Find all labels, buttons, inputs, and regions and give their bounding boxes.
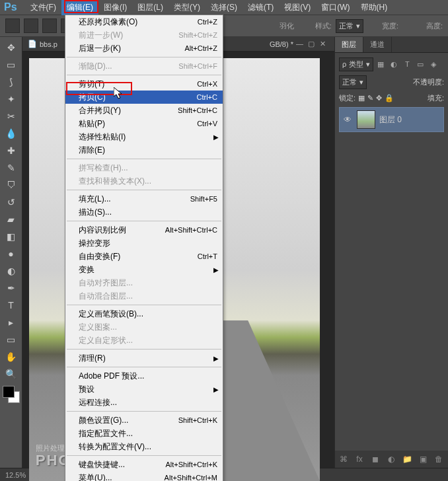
filter-smart-icon[interactable]: ◈ xyxy=(429,59,438,69)
menu-file[interactable]: 文件(F) xyxy=(25,0,61,15)
new-layer-icon[interactable]: ▣ xyxy=(417,453,429,465)
menu-item[interactable]: 操控变形 xyxy=(65,237,223,250)
eyedropper-tool[interactable]: 💧 xyxy=(3,126,19,141)
menu-item: 查找和替换文本(X)... xyxy=(65,174,223,188)
adjustment-layer-icon[interactable]: ◐ xyxy=(385,453,397,465)
tool-preset-icon[interactable] xyxy=(5,18,20,33)
menu-item[interactable]: 远程连接... xyxy=(65,396,223,409)
panels: 图层 通道 ρ 类型 ▾ ▦ ◐ T ▭ ◈ 正常 ▾ 不透明度: 锁定: xyxy=(334,37,448,468)
close-icon[interactable]: ✕ xyxy=(320,40,329,49)
menu-item[interactable]: 内容识别比例Alt+Shift+Ctrl+C xyxy=(65,223,223,237)
menu-item[interactable]: 剪切(T)Ctrl+X xyxy=(65,77,223,91)
visibility-icon[interactable]: 👁 xyxy=(342,115,353,124)
hand-tool[interactable]: ✋ xyxy=(3,349,19,365)
lock-all-icon[interactable]: 🔒 xyxy=(385,94,394,102)
menu-item-shortcut: Ctrl+C xyxy=(197,93,217,101)
style-select[interactable]: 正常 ▾ xyxy=(336,19,363,33)
add-selection-icon[interactable] xyxy=(42,18,57,33)
layer-mask-icon[interactable]: ◼ xyxy=(369,453,381,465)
menu-item[interactable]: 变换▶ xyxy=(65,263,223,276)
menu-item-label: Adobe PDF 预设... xyxy=(79,371,217,382)
menu-item[interactable]: 选择性粘贴(I)▶ xyxy=(65,130,223,143)
menu-item-label: 操控变形 xyxy=(79,238,217,249)
panel-tab-channels[interactable]: 通道 xyxy=(363,37,392,52)
menu-item[interactable]: Adobe PDF 预设... xyxy=(65,369,223,383)
menu-edit[interactable]: 编辑(E) xyxy=(61,0,98,15)
eraser-tool[interactable]: ▰ xyxy=(3,211,19,227)
layer-name[interactable]: 图层 0 xyxy=(379,114,402,126)
link-layers-icon[interactable]: ⌘ xyxy=(338,453,350,465)
type-tool[interactable]: T xyxy=(3,297,19,313)
menu-item[interactable]: 后退一步(K)Alt+Ctrl+Z xyxy=(65,42,223,55)
menu-item: 自动混合图层... xyxy=(65,289,223,303)
menu-layer[interactable]: 图层(L) xyxy=(132,0,168,15)
menu-item-label: 菜单(U)... xyxy=(79,472,165,482)
zoom-level[interactable]: 12.5% xyxy=(5,471,26,479)
marquee-tool[interactable]: ▭ xyxy=(3,57,19,73)
menu-image[interactable]: 图像(I) xyxy=(98,0,132,15)
menu-item[interactable]: 合并拷贝(Y)Shift+Ctrl+C xyxy=(65,104,223,117)
menu-item[interactable]: 粘贴(P)Ctrl+V xyxy=(65,117,223,130)
menu-item[interactable]: 清除(E) xyxy=(65,143,223,157)
filter-type-icon[interactable]: T xyxy=(402,59,412,69)
submenu-arrow-icon: ▶ xyxy=(213,386,219,393)
blend-mode-select[interactable]: 正常 ▾ xyxy=(339,75,367,89)
shape-tool[interactable]: ▭ xyxy=(3,332,19,348)
delete-layer-icon[interactable]: 🗑 xyxy=(433,453,445,465)
lock-position-icon[interactable]: ✥ xyxy=(376,94,382,102)
lasso-tool[interactable]: ⟆ xyxy=(3,74,19,90)
menu-item[interactable]: 预设▶ xyxy=(65,383,223,396)
menu-item[interactable]: 定义画笔预设(B)... xyxy=(65,307,223,320)
layer-kind-select[interactable]: ρ 类型 ▾ xyxy=(339,57,373,71)
lock-label: 锁定: xyxy=(339,93,355,103)
menu-filter[interactable]: 滤镜(T) xyxy=(243,0,279,15)
crop-tool[interactable]: ✂ xyxy=(3,108,19,124)
menu-view[interactable]: 视图(V) xyxy=(279,0,316,15)
filter-shape-icon[interactable]: ▭ xyxy=(416,59,425,69)
zoom-tool[interactable]: 🔍 xyxy=(3,366,19,382)
history-brush-tool[interactable]: ↺ xyxy=(3,194,19,210)
lock-transparency-icon[interactable]: ▦ xyxy=(358,94,365,102)
menu-type[interactable]: 类型(Y) xyxy=(168,0,205,15)
pen-tool[interactable]: ✒ xyxy=(3,280,19,296)
magic-wand-tool[interactable]: ✦ xyxy=(3,91,19,107)
blur-tool[interactable]: ● xyxy=(3,246,19,262)
healing-tool[interactable]: ✚ xyxy=(3,143,19,159)
filter-adjust-icon[interactable]: ◐ xyxy=(389,59,398,69)
menu-item[interactable]: 指定配置文件... xyxy=(65,427,223,440)
menu-item[interactable]: 还原拷贝像素(O)Ctrl+Z xyxy=(65,15,223,28)
menu-item[interactable]: 菜单(U)...Alt+Shift+Ctrl+M xyxy=(65,471,223,481)
menu-item[interactable]: 转换为配置文件(V)... xyxy=(65,440,223,453)
gradient-tool[interactable]: ◧ xyxy=(3,229,19,244)
menu-item-label: 定义图案... xyxy=(79,322,217,333)
menu-item[interactable]: 清理(R)▶ xyxy=(65,352,223,365)
layer-row[interactable]: 👁 图层 0 xyxy=(339,107,444,132)
brush-tool[interactable]: ✎ xyxy=(3,160,19,176)
menu-item[interactable]: 键盘快捷键...Alt+Shift+Ctrl+K xyxy=(65,458,223,471)
dodge-tool[interactable]: ◐ xyxy=(3,263,19,279)
menu-select[interactable]: 选择(S) xyxy=(205,0,243,15)
maximize-icon[interactable]: ▢ xyxy=(308,40,317,49)
panel-tab-layers[interactable]: 图层 xyxy=(335,37,363,52)
layer-style-icon[interactable]: fx xyxy=(354,453,365,465)
move-tool[interactable]: ✥ xyxy=(3,40,19,56)
layer-thumbnail[interactable] xyxy=(357,110,375,129)
group-icon[interactable]: 📁 xyxy=(401,453,413,465)
menu-item[interactable]: 自由变换(F)Ctrl+T xyxy=(65,250,223,263)
menu-item[interactable]: 描边(S)... xyxy=(65,205,223,219)
menu-window[interactable]: 窗口(W) xyxy=(316,0,355,15)
new-selection-icon[interactable] xyxy=(24,18,38,33)
menu-separator xyxy=(67,367,221,367)
filter-pixel-icon[interactable]: ▦ xyxy=(376,59,385,69)
menu-help[interactable]: 帮助(H) xyxy=(355,0,393,15)
menu-item-shortcut: Alt+Shift+Ctrl+M xyxy=(165,474,217,481)
menu-item[interactable]: 拷贝(C)Ctrl+C xyxy=(65,91,223,104)
menu-item[interactable]: 填充(L)...Shift+F5 xyxy=(65,192,223,205)
path-select-tool[interactable]: ▸ xyxy=(3,314,19,330)
menu-item[interactable]: 颜色设置(G)...Shift+Ctrl+K xyxy=(65,414,223,427)
color-swatches[interactable] xyxy=(3,386,20,403)
lock-pixels-icon[interactable]: ✎ xyxy=(367,94,373,102)
stamp-tool[interactable]: ⛉ xyxy=(3,177,19,193)
minimize-icon[interactable]: — xyxy=(296,40,305,49)
fg-color-swatch[interactable] xyxy=(3,386,15,398)
